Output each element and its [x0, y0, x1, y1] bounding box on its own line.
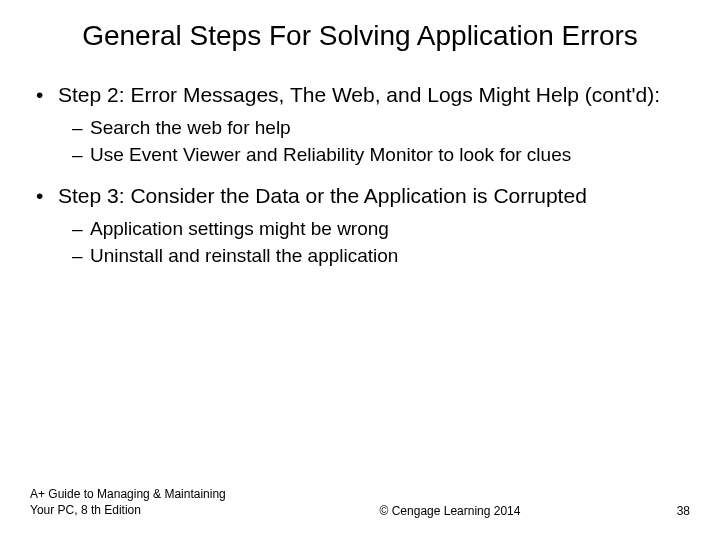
slide-footer: A+ Guide to Managing & Maintaining Your … [30, 486, 690, 518]
slide-number: 38 [650, 504, 690, 518]
dash-icon: – [72, 217, 90, 242]
dash-icon: – [72, 244, 90, 269]
list-item: • Step 2: Error Messages, The Web, and L… [36, 81, 690, 168]
slide-content: • Step 2: Error Messages, The Web, and L… [30, 81, 690, 268]
sub-item-text: Search the web for help [90, 116, 690, 141]
sub-item-text: Uninstall and reinstall the application [90, 244, 690, 269]
sub-list-item: – Search the web for help [72, 116, 690, 141]
bullet-icon: • [36, 182, 58, 209]
dash-icon: – [72, 116, 90, 141]
slide-title: General Steps For Solving Application Er… [30, 18, 690, 53]
item-text: Step 2: Error Messages, The Web, and Log… [58, 81, 690, 108]
sub-list-item: – Uninstall and reinstall the applicatio… [72, 244, 690, 269]
footer-copyright: © Cengage Learning 2014 [250, 504, 650, 518]
dash-icon: – [72, 143, 90, 168]
sub-list-item: – Use Event Viewer and Reliability Monit… [72, 143, 690, 168]
sub-item-text: Application settings might be wrong [90, 217, 690, 242]
sub-list-item: – Application settings might be wrong [72, 217, 690, 242]
sub-item-text: Use Event Viewer and Reliability Monitor… [90, 143, 690, 168]
bullet-icon: • [36, 81, 58, 108]
item-text: Step 3: Consider the Data or the Applica… [58, 182, 690, 209]
footer-left-text: A+ Guide to Managing & Maintaining Your … [30, 486, 250, 518]
list-item: • Step 3: Consider the Data or the Appli… [36, 182, 690, 269]
